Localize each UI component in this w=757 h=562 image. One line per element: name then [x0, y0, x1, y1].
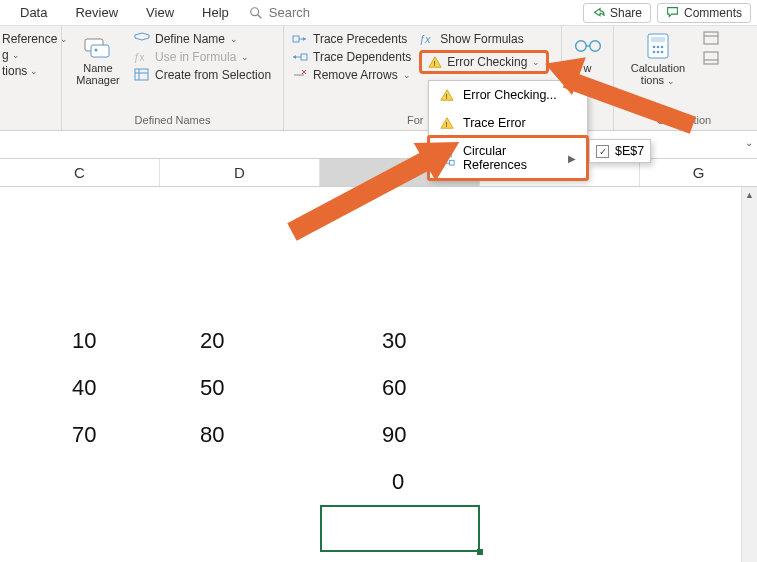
svg-rect-24	[651, 37, 665, 42]
cell[interactable]: 10	[0, 317, 160, 364]
svg-text:!: !	[446, 92, 448, 101]
svg-marker-11	[303, 37, 306, 41]
cell[interactable]: 90	[320, 411, 480, 458]
vertical-scrollbar[interactable]: ▲	[741, 187, 757, 562]
calc-now-icon[interactable]	[702, 30, 720, 46]
cell[interactable]: 60	[320, 364, 480, 411]
svg-rect-33	[704, 52, 718, 64]
svg-point-25	[653, 46, 656, 49]
chevron-right-icon: ▶	[568, 153, 576, 164]
circular-ref-cell: $E$7	[615, 144, 644, 158]
calculator-icon	[643, 32, 673, 60]
name-manager-label: Name Manager	[76, 62, 119, 86]
svg-rect-9	[293, 36, 299, 42]
cell[interactable]: 0	[320, 458, 480, 505]
dependents-icon	[292, 50, 308, 64]
tab-review[interactable]: Review	[61, 0, 132, 25]
name-manager-button[interactable]: Name Manager	[70, 30, 126, 114]
scroll-up-icon[interactable]: ▲	[742, 187, 757, 203]
warning-icon: !	[428, 55, 442, 69]
cell-selection	[320, 505, 480, 552]
cell[interactable]: 30	[320, 317, 480, 364]
trace-precedents-button[interactable]: Trace Precedents	[292, 32, 411, 46]
comment-icon	[666, 6, 679, 19]
reference-label[interactable]: Reference	[2, 32, 57, 46]
cell[interactable]: 70	[0, 411, 160, 458]
svg-rect-6	[135, 69, 148, 80]
col-header-d[interactable]: D	[160, 159, 320, 186]
svg-point-21	[575, 41, 586, 52]
tab-view[interactable]: View	[132, 0, 188, 25]
svg-text:!: !	[434, 59, 436, 68]
precedents-icon	[292, 32, 308, 46]
share-button[interactable]: Share	[583, 3, 651, 23]
search-icon	[249, 6, 263, 20]
checkbox-icon: ✓	[596, 145, 609, 158]
frag-tions[interactable]: tions	[2, 64, 27, 78]
share-icon	[592, 6, 605, 19]
fill-handle[interactable]	[477, 549, 483, 555]
tab-data[interactable]: Data	[6, 0, 61, 25]
cell[interactable]: 80	[160, 411, 320, 458]
show-formulas-icon: ƒx	[419, 32, 435, 46]
col-header-g[interactable]: G	[640, 159, 757, 186]
svg-point-4	[95, 49, 98, 52]
svg-point-27	[661, 46, 664, 49]
menu-tabs: Data Review View Help Search Share Comme…	[0, 0, 757, 26]
svg-rect-12	[301, 54, 307, 60]
remove-arrows-icon	[292, 68, 308, 82]
comments-label: Comments	[684, 6, 742, 20]
comments-button[interactable]: Comments	[657, 3, 751, 23]
define-name-button[interactable]: Define Name ⌄	[134, 32, 271, 46]
search-area[interactable]: Search	[249, 5, 310, 20]
svg-text:ƒx: ƒx	[419, 33, 431, 45]
use-in-formula-button: ƒx Use in Formula ⌄	[134, 50, 271, 64]
svg-point-0	[251, 7, 259, 15]
svg-point-22	[589, 41, 600, 52]
create-from-selection-button[interactable]: Create from Selection	[134, 68, 271, 82]
sheet-grid[interactable]: 10 20 30 40 50 60 70 80 90 0	[0, 187, 757, 562]
lookup-fragment: Reference ⌄ g ⌄ tions ⌄	[2, 30, 53, 78]
defined-names-label: Defined Names	[70, 114, 275, 128]
circular-ref-submenu[interactable]: ✓ $E$7	[589, 139, 651, 163]
svg-rect-3	[91, 45, 109, 57]
warning-icon: !	[439, 87, 455, 103]
svg-point-26	[657, 46, 660, 49]
share-label: Share	[610, 6, 642, 20]
search-placeholder: Search	[269, 5, 310, 20]
cell[interactable]: 50	[160, 364, 320, 411]
name-tag-icon	[83, 32, 113, 60]
trace-dependents-button[interactable]: Trace Dependents	[292, 50, 411, 64]
calc-sheet-icon[interactable]	[702, 50, 720, 66]
cell[interactable]: 40	[0, 364, 160, 411]
tab-help[interactable]: Help	[188, 0, 243, 25]
svg-point-30	[661, 51, 664, 54]
frag-g[interactable]: g	[2, 48, 9, 62]
svg-marker-14	[293, 55, 296, 59]
svg-text:ƒx: ƒx	[134, 52, 145, 63]
watch-label: w	[584, 62, 592, 74]
svg-point-28	[653, 51, 656, 54]
tag-icon	[134, 32, 150, 46]
svg-point-29	[657, 51, 660, 54]
show-formulas-button[interactable]: ƒx Show Formulas	[419, 32, 549, 46]
svg-rect-31	[704, 32, 718, 44]
col-header-c[interactable]: C	[0, 159, 160, 186]
fx-icon: ƒx	[134, 50, 150, 64]
grid-icon	[134, 68, 150, 82]
error-checking-button[interactable]: ! Error Checking ⌄	[419, 50, 549, 74]
expand-formula-bar-icon[interactable]: ⌄	[745, 137, 753, 148]
svg-line-1	[258, 14, 262, 18]
remove-arrows-button[interactable]: Remove Arrows ⌄	[292, 68, 411, 82]
cell[interactable]: 20	[160, 317, 320, 364]
